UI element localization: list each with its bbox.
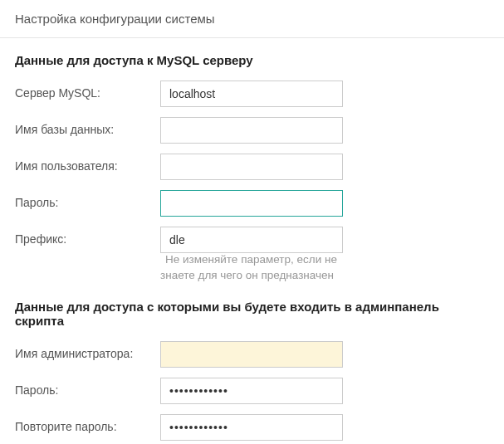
label-admin-name: Имя администратора: <box>15 341 160 360</box>
label-db-prefix: Префикс: <box>15 227 160 246</box>
input-admin-name[interactable] <box>160 341 343 368</box>
row-db-prefix: Префикс: Не изменяйте параметр, если не … <box>15 227 489 281</box>
label-admin-password: Пароль: <box>15 378 160 397</box>
input-admin-password-repeat[interactable] <box>160 414 343 441</box>
row-db-username: Имя пользователя: <box>15 154 489 180</box>
row-db-password: Пароль: <box>15 190 489 217</box>
label-db-name: Имя базы данных: <box>15 117 160 136</box>
prefix-hint-2: знаете для чего он предназначен <box>160 269 334 281</box>
row-admin-name: Имя администратора: <box>15 341 489 368</box>
input-db-password[interactable] <box>160 190 343 217</box>
page-title: Настройка конфигурации системы <box>15 12 215 26</box>
input-admin-password[interactable] <box>160 378 343 404</box>
page-header: Настройка конфигурации системы <box>0 0 504 38</box>
input-db-name[interactable] <box>160 117 343 144</box>
admin-section-title: Данные для доступа с которыми вы будете … <box>15 300 489 328</box>
row-mysql-server: Сервер MySQL: <box>15 81 489 107</box>
input-db-username[interactable] <box>160 154 343 180</box>
label-db-username: Имя пользователя: <box>15 154 160 173</box>
row-db-name: Имя базы данных: <box>15 117 489 144</box>
row-admin-password-repeat: Повторите пароль: <box>15 414 489 441</box>
input-mysql-server[interactable] <box>160 81 343 107</box>
label-db-password: Пароль: <box>15 190 160 209</box>
row-admin-password: Пароль: <box>15 378 489 404</box>
content-area: Данные для доступа к MySQL серверу Серве… <box>0 38 504 444</box>
label-admin-password-repeat: Повторите пароль: <box>15 414 160 433</box>
prefix-hint-1: Не изменяйте параметр, если не <box>165 253 337 266</box>
mysql-section-title: Данные для доступа к MySQL серверу <box>15 53 489 67</box>
label-mysql-server: Сервер MySQL: <box>15 81 160 100</box>
input-db-prefix[interactable] <box>160 227 343 253</box>
